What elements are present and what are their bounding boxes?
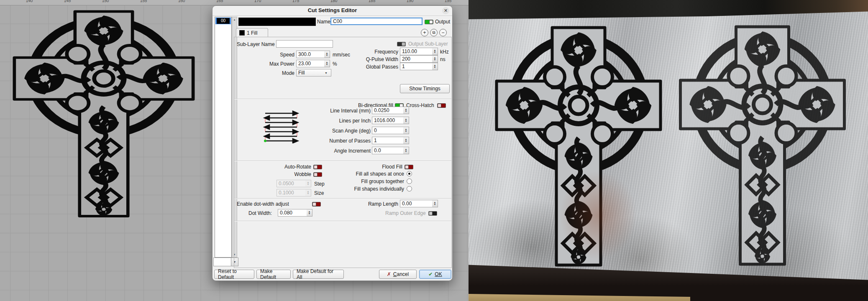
make-default-button[interactable]: Make Default <box>256 270 291 279</box>
lines-per-inch-input[interactable]: 1016.000 <box>372 117 404 124</box>
ruler-label: 175 <box>292 0 300 3</box>
scroll-up-icon[interactable]: ▲ <box>232 18 237 21</box>
scan-angle-spinner[interactable]: ▲▼ <box>403 127 409 134</box>
tab-fill[interactable]: 1 Fill <box>236 28 268 37</box>
qpulse-label: Q-Pulse Width <box>351 56 398 62</box>
frequency-label: Frequency <box>351 49 398 55</box>
ruler-label: 145 <box>64 0 71 3</box>
engraving-photo <box>469 0 868 301</box>
max-power-input[interactable]: 23.00 <box>296 60 325 67</box>
auto-rotate-toggle[interactable] <box>313 165 322 169</box>
line-interval-label: Line Interval (mm) <box>296 108 371 114</box>
line-interval-spinner[interactable]: ▲▼ <box>403 107 409 114</box>
fill-individually-radio[interactable] <box>407 186 412 191</box>
close-icon[interactable]: ✕ <box>442 7 449 14</box>
name-label: Name <box>317 19 330 25</box>
number-of-passes-spinner[interactable]: ▲▼ <box>403 137 409 144</box>
wobble-size-spinner[interactable]: ▲▼ <box>305 189 311 196</box>
output-sublayer-label: Output Sub-Layer <box>408 41 448 47</box>
frequency-spinner[interactable]: ▲▼ <box>432 48 438 55</box>
number-of-passes-label: Number of Passes <box>296 138 371 144</box>
fill-individually-label: Fill shapes individually <box>320 186 404 192</box>
angle-increment-input[interactable]: 0.0 <box>372 147 404 154</box>
name-input[interactable]: C00 <box>330 18 422 25</box>
ruler-label: 195 <box>445 0 452 3</box>
frequency-unit: kHz <box>440 49 449 55</box>
output-sublayer-toggle[interactable] <box>397 42 406 46</box>
add-sublayer-icon[interactable]: + <box>421 29 428 36</box>
make-default-for-all-button[interactable]: Make Default for All <box>293 270 344 279</box>
angle-increment-spinner[interactable]: ▲▼ <box>403 147 409 154</box>
crosshatch-label: Cross-Hatch <box>406 102 434 108</box>
separator <box>234 221 451 222</box>
scan-angle-input[interactable]: 0 <box>372 127 404 134</box>
celtic-cross-design <box>13 10 195 219</box>
layer-color-swatch[interactable] <box>238 18 316 26</box>
wobble-step-input[interactable]: 0.0500 <box>277 180 306 187</box>
mode-dropdown-arrow-icon[interactable]: ▼ <box>325 71 328 74</box>
fill-color-chip <box>239 30 245 36</box>
layer-list[interactable]: 00 <box>215 17 232 258</box>
qpulse-input[interactable]: 200 <box>400 55 433 63</box>
ruler-label: 150 <box>102 0 109 3</box>
separator <box>234 161 451 161</box>
reset-to-default-button[interactable]: Reset to Default <box>214 270 254 279</box>
output-label: Output <box>435 19 450 25</box>
dialog-title: Cut Settings Editor <box>213 7 452 13</box>
sublayer-name-label: Sub-Layer Name <box>237 41 275 47</box>
wobble-size-input[interactable]: 0.1000 <box>277 189 306 196</box>
dialog-titlebar[interactable]: Cut Settings Editor ✕ <box>213 6 452 16</box>
layer-list-item-selected[interactable]: 00 <box>215 18 231 24</box>
cancel-button[interactable]: ✗ Cancel <box>379 270 417 279</box>
qpulse-spinner[interactable]: ▲▼ <box>432 55 438 63</box>
ruler-label: 140 <box>26 0 33 3</box>
ramp-length-label: Ramp Length <box>355 201 398 207</box>
line-interval-input[interactable]: 0.0250 <box>372 107 404 114</box>
remove-sublayer-icon[interactable]: − <box>439 29 447 36</box>
ramp-length-input[interactable]: 0.00 <box>400 200 433 207</box>
layer-swatch-00: 00 <box>217 18 230 24</box>
global-passes-spinner[interactable]: ▲▼ <box>432 63 438 70</box>
heat-tint <box>556 167 640 263</box>
ruler-label: 180 <box>330 0 338 3</box>
sublayer-name-input[interactable] <box>276 40 333 48</box>
dot-width-input[interactable]: 0.080 <box>278 209 307 217</box>
number-of-passes-input[interactable]: 1 <box>372 137 404 144</box>
ok-check-icon: ✔ <box>428 271 433 277</box>
scan-angle-label: Scan Angle (deg) <box>296 128 371 134</box>
wobble-label: Wobble <box>271 171 311 177</box>
ok-button[interactable]: ✔ OK <box>419 270 451 279</box>
separator <box>234 198 451 199</box>
speed-spinner[interactable]: ▲▼ <box>324 51 330 58</box>
duplicate-sublayer-icon[interactable]: ⧉ <box>430 29 438 36</box>
lines-per-inch-spinner[interactable]: ▲▼ <box>403 117 409 124</box>
ramp-outer-edge-label: Ramp Outer Edge <box>385 210 426 216</box>
global-passes-input[interactable]: 1 <box>400 63 433 70</box>
screenshot-root: { "ruler": {"labels": ["140","145","150"… <box>0 0 868 301</box>
speed-input[interactable]: 300.0 <box>296 51 325 58</box>
fill-groups-label: Fill groups together <box>320 179 404 184</box>
fill-groups-radio[interactable] <box>407 179 412 184</box>
enable-dot-width-toggle[interactable] <box>312 202 321 207</box>
dot-width-spinner[interactable]: ▲▼ <box>307 209 312 217</box>
frequency-input[interactable]: 110.00 <box>400 48 433 55</box>
scan-pattern-diagram <box>262 110 300 143</box>
ramp-length-spinner[interactable]: ▲▼ <box>432 200 438 207</box>
max-power-unit: % <box>333 61 337 67</box>
max-power-label: Max Power <box>263 61 294 67</box>
ramp-outer-edge-toggle[interactable] <box>428 211 437 216</box>
wobble-step-spinner[interactable]: ▲▼ <box>305 180 311 187</box>
speed-unit: mm/sec <box>333 52 350 58</box>
show-timings-button[interactable]: Show Timings <box>400 84 450 93</box>
fill-all-shapes-radio[interactable] <box>407 171 412 176</box>
scan-start-dot <box>264 140 266 142</box>
speed-label: Speed <box>263 52 294 58</box>
cancel-x-icon: ✗ <box>387 271 391 277</box>
mode-label: Mode <box>263 70 294 76</box>
output-toggle[interactable] <box>425 20 433 24</box>
flood-fill-toggle[interactable] <box>405 165 413 169</box>
max-power-spinner[interactable]: ▲▼ <box>324 60 330 67</box>
cut-settings-editor-dialog: Cut Settings Editor ✕ 00 ▲ ▼ ▼ Name C00 … <box>212 5 453 281</box>
fill-all-shapes-label: Fill all shapes at once <box>320 171 404 177</box>
crosshatch-toggle[interactable] <box>437 103 446 108</box>
